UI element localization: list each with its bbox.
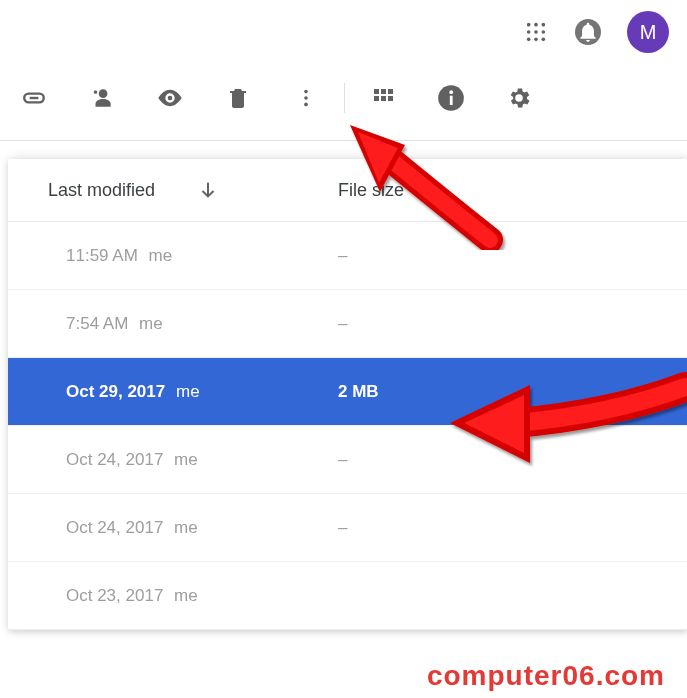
avatar-initial: M bbox=[640, 21, 657, 44]
file-owner: me bbox=[176, 382, 200, 401]
get-link-button[interactable] bbox=[0, 76, 68, 120]
settings-button[interactable] bbox=[485, 76, 553, 120]
svg-point-1 bbox=[534, 23, 538, 27]
file-owner: me bbox=[174, 586, 198, 605]
cell-modified: Oct 24, 2017 me bbox=[66, 518, 338, 538]
svg-point-3 bbox=[527, 30, 531, 34]
svg-rect-22 bbox=[388, 96, 393, 101]
cell-size: – bbox=[338, 314, 657, 334]
file-date: 11:59 AM bbox=[66, 246, 138, 265]
svg-point-14 bbox=[304, 90, 308, 94]
svg-point-5 bbox=[542, 30, 546, 34]
svg-point-2 bbox=[542, 23, 546, 27]
column-header-modified[interactable]: Last modified bbox=[48, 179, 338, 201]
file-row[interactable]: Oct 24, 2017 me– bbox=[8, 494, 687, 562]
file-owner: me bbox=[149, 246, 173, 265]
file-date: 7:54 AM bbox=[66, 314, 128, 333]
watermark-text: computer06.com bbox=[427, 660, 665, 692]
svg-rect-18 bbox=[381, 89, 386, 94]
cell-modified: Oct 23, 2017 me bbox=[66, 586, 338, 606]
file-row[interactable]: 11:59 AM me– bbox=[8, 222, 687, 290]
svg-rect-24 bbox=[450, 96, 453, 105]
svg-rect-19 bbox=[388, 89, 393, 94]
svg-rect-20 bbox=[374, 96, 379, 101]
notifications-icon[interactable] bbox=[575, 19, 601, 45]
svg-point-4 bbox=[534, 30, 538, 34]
cell-modified: 11:59 AM me bbox=[66, 246, 338, 266]
svg-point-15 bbox=[304, 96, 308, 100]
toolbar-divider bbox=[344, 83, 345, 113]
file-owner: me bbox=[174, 518, 198, 537]
view-toggle-button[interactable] bbox=[349, 76, 417, 120]
action-toolbar bbox=[0, 64, 687, 132]
file-date: Oct 24, 2017 bbox=[66, 518, 163, 537]
svg-point-7 bbox=[534, 38, 538, 42]
details-button[interactable] bbox=[417, 76, 485, 120]
file-date: Oct 24, 2017 bbox=[66, 450, 163, 469]
cell-modified: Oct 24, 2017 me bbox=[66, 450, 338, 470]
svg-rect-21 bbox=[381, 96, 386, 101]
share-button[interactable] bbox=[68, 76, 136, 120]
cell-modified: 7:54 AM me bbox=[66, 314, 338, 334]
file-owner: me bbox=[139, 314, 163, 333]
column-header-row: Last modified File size bbox=[8, 159, 687, 222]
cell-size: – bbox=[338, 518, 657, 538]
file-row[interactable]: Oct 23, 2017 me bbox=[8, 562, 687, 630]
file-row[interactable]: Oct 24, 2017 me– bbox=[8, 426, 687, 494]
column-modified-label: Last modified bbox=[48, 180, 155, 201]
avatar[interactable]: M bbox=[627, 11, 669, 53]
file-date: Oct 29, 2017 bbox=[66, 382, 165, 401]
cell-size: 2 MB bbox=[338, 382, 657, 402]
file-list-panel: Last modified File size 11:59 AM me–7:54… bbox=[8, 159, 687, 630]
svg-point-12 bbox=[99, 89, 108, 98]
delete-button[interactable] bbox=[204, 76, 272, 120]
apps-icon[interactable] bbox=[523, 19, 549, 45]
file-row[interactable]: 7:54 AM me– bbox=[8, 290, 687, 358]
app-header: M bbox=[0, 0, 687, 64]
svg-point-16 bbox=[304, 103, 308, 107]
toolbar-container bbox=[0, 64, 687, 141]
file-rows: 11:59 AM me–7:54 AM me–Oct 29, 2017 me2 … bbox=[8, 222, 687, 630]
file-owner: me bbox=[174, 450, 198, 469]
file-date: Oct 23, 2017 bbox=[66, 586, 163, 605]
svg-point-25 bbox=[449, 90, 453, 94]
cell-size: – bbox=[338, 450, 657, 470]
svg-point-0 bbox=[527, 23, 531, 27]
more-actions-button[interactable] bbox=[272, 76, 340, 120]
preview-button[interactable] bbox=[136, 76, 204, 120]
svg-point-13 bbox=[168, 96, 173, 101]
column-size-label: File size bbox=[338, 180, 404, 200]
svg-point-8 bbox=[542, 38, 546, 42]
svg-point-6 bbox=[527, 38, 531, 42]
file-row[interactable]: Oct 29, 2017 me2 MB bbox=[8, 358, 687, 426]
cell-size: – bbox=[338, 246, 657, 266]
svg-rect-17 bbox=[374, 89, 379, 94]
column-header-size[interactable]: File size bbox=[338, 180, 657, 201]
sort-arrow-down-icon[interactable] bbox=[197, 179, 219, 201]
cell-modified: Oct 29, 2017 me bbox=[66, 382, 338, 402]
